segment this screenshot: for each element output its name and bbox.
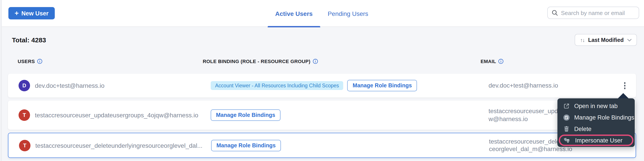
user-cell: D dev.doc+test@harness.io [18, 80, 104, 91]
total-count: Total: 4283 [12, 36, 46, 44]
user-cell: T testaccresourceuser_updateusergroups_4… [18, 109, 198, 121]
menu-item-label: Open in new tab [574, 103, 618, 109]
column-header-users: USERS [18, 59, 42, 64]
menu-item-delete[interactable]: Delete [558, 123, 635, 135]
email-cell: dev.doc+test@harness.io [488, 82, 558, 90]
manage-role-bindings-button[interactable]: Manage Role Bindings [211, 140, 281, 151]
avatar: D [18, 80, 30, 91]
user-name: testaccresourceuser_deleteunderlyingreso… [35, 142, 202, 149]
sort-dropdown[interactable]: ↑↓ Last Modified [575, 34, 637, 46]
manage-role-bindings-button[interactable]: Manage Role Bindings [211, 109, 280, 121]
menu-item-label: Manage Role Bindings [574, 114, 634, 121]
avatar: T [18, 109, 30, 121]
context-menu: Open in new tab Manage Role Bindings Del… [558, 98, 635, 147]
info-icon[interactable] [498, 59, 504, 64]
new-user-button-label: New User [22, 10, 48, 16]
column-header-email-label: EMAIL [480, 59, 496, 64]
avatar: T [19, 140, 30, 151]
row-menu-kebab-icon[interactable] [622, 80, 627, 91]
user-cell: T testaccresourceuser_deleteunderlyingre… [19, 140, 202, 151]
column-header-users-label: USERS [18, 59, 35, 64]
trash-icon [563, 126, 570, 132]
tab-active-users[interactable]: Active Users [268, 0, 320, 27]
menu-item-label: Delete [574, 126, 592, 132]
sort-dropdown-label: Last Modified [588, 37, 624, 43]
new-user-button[interactable]: + New User [8, 7, 55, 19]
open-in-new-tab-icon [563, 103, 570, 109]
search-input[interactable] [561, 9, 635, 16]
info-icon[interactable] [37, 59, 42, 64]
table-row-selected[interactable]: T testaccresourceuser_deleteunderlyingre… [8, 133, 636, 158]
column-header-role-binding-label: ROLE BINDING (ROLE - RESOURCE GROUP) [203, 59, 310, 64]
role-bindings-icon [563, 114, 570, 121]
column-header-role-binding: ROLE BINDING (ROLE - RESOURCE GROUP) [203, 59, 318, 64]
table-header-row: USERS ROLE BINDING (ROLE - RESOURCE GROU… [0, 59, 644, 65]
tab-pending-users[interactable]: Pending Users [320, 0, 376, 27]
menu-item-label: Impersonate User [575, 137, 622, 144]
role-binding-tag: Account Viewer - All Resources Including… [211, 81, 344, 90]
manage-role-bindings-button[interactable]: Manage Role Bindings [348, 80, 417, 91]
plus-icon: + [14, 9, 19, 16]
left-edge-divider [0, 0, 2, 161]
role-binding-cell: Manage Role Bindings [211, 140, 281, 151]
email-line: dev.doc+test@harness.io [488, 82, 558, 90]
menu-item-impersonate-user[interactable]: Impersonate User [559, 135, 634, 146]
column-header-email: EMAIL [480, 59, 504, 64]
search-icon [552, 10, 558, 16]
tab-bar: Active Users Pending Users [268, 0, 376, 27]
context-menu-caret [618, 93, 628, 98]
chevron-down-icon [627, 39, 632, 41]
role-binding-cell: Account Viewer - All Resources Including… [211, 80, 417, 91]
menu-item-open-in-new-tab[interactable]: Open in new tab [558, 100, 635, 112]
search-box[interactable] [547, 7, 639, 19]
table-row[interactable]: T testaccresourceuser_updateusergroups_4… [8, 101, 636, 130]
user-management-page: + New User Active Users Pending Users To… [0, 0, 644, 161]
user-name: testaccresourceuser_updateusergroups_4oj… [35, 112, 198, 119]
user-name: dev.doc+test@harness.io [35, 82, 104, 89]
theater-masks-icon [564, 137, 571, 143]
top-bar: + New User Active Users Pending Users [0, 0, 644, 27]
sort-arrows-icon: ↑↓ [580, 37, 584, 43]
info-icon[interactable] [312, 59, 318, 64]
menu-item-manage-role-bindings[interactable]: Manage Role Bindings [558, 112, 635, 123]
table-row[interactable]: D dev.doc+test@harness.io Account Viewer… [8, 74, 636, 98]
role-binding-cell: Manage Role Bindings [211, 109, 280, 121]
